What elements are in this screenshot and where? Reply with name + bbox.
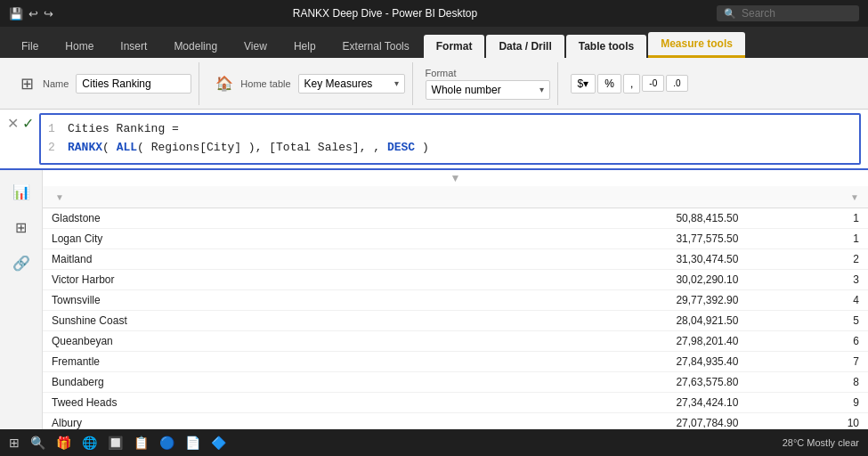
cell-city: Queanbeyan <box>43 331 422 352</box>
titlebar-window-icons[interactable]: 💾 ↩ ↪ <box>9 7 53 20</box>
main-area: 📊 ⊞ 🔗 ▼ ▼ ▼ <box>0 170 868 429</box>
tab-file[interactable]: File <box>9 35 51 58</box>
home-table-dropdown[interactable]: Key Measures ▾ <box>298 74 405 94</box>
tab-modeling[interactable]: Modeling <box>161 35 230 58</box>
measure-name-input[interactable] <box>76 74 191 94</box>
home-icon: 🏠 <box>212 71 237 96</box>
col-city-header[interactable]: ▼ <box>43 186 422 208</box>
statusbar-icon-app4[interactable]: 📄 <box>185 436 200 450</box>
statusbar-icon-edge[interactable]: 🌐 <box>82 436 97 450</box>
cell-rank: 6 <box>747 331 868 352</box>
statusbar-icon-app2[interactable]: 📋 <box>134 436 149 450</box>
dollar-button[interactable]: $▾ <box>571 74 596 94</box>
all-keyword: ALL <box>117 141 137 154</box>
table-row: Fremantle 27,84,935.40 7 <box>43 352 868 372</box>
statusbar: ⊞ 🔍 🎁 🌐 🔲 📋 🔵 📄 🔷 28°C Mostly clear <box>0 429 868 456</box>
comma-button[interactable]: , <box>623 74 640 94</box>
statusbar-icon-windows[interactable]: ⊞ <box>9 436 20 450</box>
home-table-arrow: ▾ <box>394 78 399 88</box>
cell-rank: 1 <box>747 208 868 229</box>
window-title: RANKX Deep Dive - Power BI Desktop <box>53 7 717 20</box>
cell-sales: 27,84,935.40 <box>422 352 748 372</box>
statusbar-icon-search[interactable]: 🔍 <box>30 436 45 450</box>
tab-external-tools[interactable]: External Tools <box>330 35 422 58</box>
formula-cancel-button[interactable]: ✕ <box>7 115 19 132</box>
tab-data-drill[interactable]: Data / Drill <box>486 35 564 58</box>
statusbar-right: 28°C Mostly clear <box>783 437 859 448</box>
cell-sales: 27,34,424.10 <box>422 393 748 413</box>
cell-rank: 8 <box>747 372 868 393</box>
cell-rank: 5 <box>747 311 868 331</box>
data-table-area: ▼ ▼ ▼ Gladst <box>43 170 868 429</box>
table-row: Queanbeyan 27,98,201.40 6 <box>43 331 868 352</box>
formula-confirm-button[interactable]: ✓ <box>22 115 34 132</box>
cell-sales: 50,88,415.50 <box>422 208 748 229</box>
decimal-increase-button[interactable]: .0 <box>666 75 687 92</box>
statusbar-icon-app3[interactable]: 🔵 <box>159 436 174 450</box>
table-row: Bundaberg 27,63,575.80 8 <box>43 372 868 393</box>
measure-icon: ⊞ <box>14 71 39 96</box>
format-dropdown[interactable]: Whole number ▾ <box>426 80 550 100</box>
tab-format[interactable]: Format <box>424 35 485 58</box>
ribbon-toolbar: ⊞ Name 🏠 Home table Key Measures ▾ Forma… <box>0 58 868 110</box>
decimal-decrease-button[interactable]: -0 <box>642 75 664 92</box>
line-number-1: 1 <box>48 120 61 139</box>
tab-help[interactable]: Help <box>281 35 329 58</box>
table-row: Townsville 29,77,392.90 4 <box>43 290 868 311</box>
undo-icon[interactable]: ↩ <box>28 7 38 20</box>
home-table-section: 🏠 Home table Key Measures ▾ <box>205 62 412 105</box>
tab-insert[interactable]: Insert <box>108 35 159 58</box>
sidebar-model-icon[interactable]: 🔗 <box>7 248 36 277</box>
save-icon[interactable]: 💾 <box>9 7 23 20</box>
col-rank-header[interactable]: ▼ <box>747 186 868 208</box>
format-value: Whole number <box>432 84 501 96</box>
tab-home[interactable]: Home <box>53 35 106 58</box>
formula-bar: ✕ ✓ 1 Cities Ranking = 2 RANKX( ALL( Reg… <box>0 110 868 170</box>
percent-button[interactable]: % <box>597 74 621 94</box>
format-section: Format Whole number ▾ <box>418 62 558 105</box>
statusbar-icon-app5[interactable]: 🔷 <box>211 436 226 450</box>
titlebar-search-box[interactable]: 🔍 <box>717 5 859 21</box>
table-body: Gladstone 50,88,415.50 1 Logan City 31,7… <box>43 208 868 430</box>
tab-table-tools[interactable]: Table tools <box>566 35 646 58</box>
name-section: ⊞ Name <box>7 62 199 105</box>
rank-sort-arrow: ▼ <box>850 192 859 202</box>
formula-editor[interactable]: 1 Cities Ranking = 2 RANKX( ALL( Regions… <box>39 113 861 165</box>
cell-sales: 30,02,290.10 <box>422 270 748 290</box>
formula-line-1: 1 Cities Ranking = <box>48 120 852 139</box>
cell-city: Fremantle <box>43 352 422 372</box>
home-table-value: Key Measures <box>304 77 373 90</box>
data-table: ▼ ▼ Gladstone 50,88,415.50 1 Logan City … <box>43 186 868 429</box>
format-dropdown-arrow: ▾ <box>539 85 544 94</box>
tab-measure-tools[interactable]: Measure tools <box>648 32 745 58</box>
sidebar-data-icon[interactable]: ⊞ <box>7 213 36 241</box>
col-sales-header[interactable] <box>422 186 748 208</box>
cell-sales: 27,07,784.90 <box>422 413 748 430</box>
statusbar-weather: 28°C Mostly clear <box>783 437 859 448</box>
cell-rank: 2 <box>747 249 868 270</box>
ribbon-tabs: File Home Insert Modeling View Help Exte… <box>0 27 868 58</box>
line-number-2: 2 <box>48 139 61 158</box>
home-table-label: Home table <box>240 78 290 89</box>
sidebar-report-icon[interactable]: 📊 <box>7 177 36 206</box>
statusbar-icon-app1[interactable]: 🔲 <box>108 436 123 450</box>
cell-sales: 31,77,575.50 <box>422 229 748 249</box>
city-sort: ▼ <box>52 192 413 202</box>
cell-rank: 7 <box>747 352 868 372</box>
table-header: ▼ ▼ <box>43 186 868 208</box>
statusbar-icon-store[interactable]: 🎁 <box>56 436 71 450</box>
cell-sales: 27,98,201.40 <box>422 331 748 352</box>
cell-city: Gladstone <box>43 208 422 229</box>
tab-view[interactable]: View <box>231 35 280 58</box>
search-input[interactable] <box>742 7 831 20</box>
scroll-indicator-top: ▼ <box>43 170 868 186</box>
cell-city: Maitland <box>43 249 422 270</box>
table-row: Victor Harbor 30,02,290.10 3 <box>43 270 868 290</box>
cell-sales: 29,77,392.90 <box>422 290 748 311</box>
formula-actions: ✕ ✓ <box>7 113 34 132</box>
cell-rank: 3 <box>747 270 868 290</box>
redo-icon[interactable]: ↪ <box>44 7 53 20</box>
table-row: Sunshine Coast 28,04,921.50 5 <box>43 311 868 331</box>
name-label: Name <box>43 78 69 89</box>
titlebar: 💾 ↩ ↪ RANKX Deep Dive - Power BI Desktop… <box>0 0 868 27</box>
